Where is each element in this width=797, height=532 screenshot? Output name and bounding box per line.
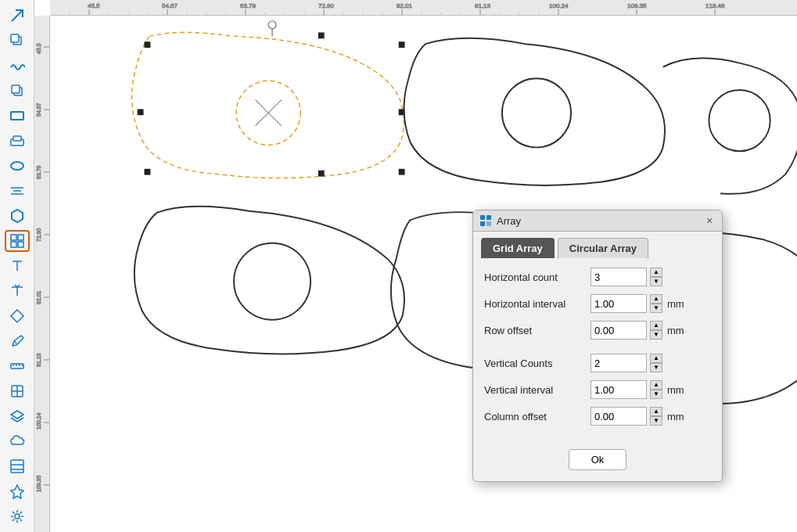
ok-button[interactable]: Ok: [569, 449, 627, 470]
row-offset-up[interactable]: ▲: [650, 321, 662, 330]
tool-resize[interactable]: [5, 380, 30, 402]
svg-rect-13: [11, 235, 16, 240]
tool-pen[interactable]: [5, 330, 30, 352]
array-icon: [479, 214, 492, 227]
svg-point-8: [11, 162, 23, 170]
tool-rectangle[interactable]: [5, 105, 30, 127]
row-offset-input[interactable]: [591, 321, 647, 340]
horizontal-count-input[interactable]: [591, 268, 647, 286]
svg-text:63.79: 63.79: [240, 2, 257, 9]
svg-text:54.67: 54.67: [162, 2, 178, 9]
svg-rect-4: [12, 85, 20, 93]
dialog-tabs: Grid Array Circular Array: [473, 232, 722, 258]
shape-selected[interactable]: [131, 21, 404, 178]
tool-ellipse[interactable]: [5, 155, 30, 177]
ruler-left: 45.5 54.67 63.79 72.90 82.01 91.13 100.2…: [34, 16, 50, 532]
svg-rect-114: [486, 221, 491, 226]
tab-circular-array[interactable]: Circular Array: [558, 238, 648, 258]
svg-text:109.35: 109.35: [627, 2, 647, 9]
svg-rect-14: [18, 235, 23, 240]
horizontal-count-up[interactable]: ▲: [650, 268, 662, 277]
column-offset-row: Column offset ▲ ▼ mm: [484, 407, 711, 426]
svg-rect-113: [480, 221, 485, 226]
horizontal-interval-up[interactable]: ▲: [650, 294, 662, 304]
horizontal-interval-label: Horizontal interval: [484, 298, 586, 310]
svg-text:91.13: 91.13: [36, 353, 41, 367]
tool-diamond[interactable]: [5, 305, 30, 327]
tool-diagonal[interactable]: [5, 5, 30, 27]
svg-rect-102: [399, 41, 405, 48]
column-offset-input[interactable]: [591, 407, 647, 426]
tool-pin[interactable]: [5, 480, 30, 502]
tool-text[interactable]: [5, 255, 30, 277]
vertical-interval-up[interactable]: ▲: [650, 380, 662, 390]
tool-burst[interactable]: [5, 505, 30, 527]
horizontal-count-label: Horizontal count: [484, 271, 586, 283]
svg-text:118.46: 118.46: [705, 2, 725, 9]
svg-text:91.13: 91.13: [475, 2, 491, 9]
svg-marker-17: [11, 310, 23, 322]
svg-point-108: [502, 78, 571, 147]
svg-rect-107: [399, 169, 405, 175]
vertical-counts-label: Vertical Counts: [484, 358, 586, 369]
horizontal-count-spinner: ▲ ▼: [591, 268, 662, 286]
tool-panel[interactable]: [5, 455, 30, 477]
shape-4[interactable]: [135, 207, 404, 354]
vertical-interval-spinner: ▲ ▼: [591, 380, 662, 399]
row-offset-unit: mm: [667, 325, 684, 336]
vertical-interval-label: Vertical interval: [484, 384, 586, 396]
tool-text2[interactable]: [5, 280, 30, 302]
horizontal-interval-row: Horizontal interval ▲ ▼ mm: [484, 294, 711, 313]
tool-stacked[interactable]: [5, 130, 30, 152]
column-offset-up[interactable]: ▲: [650, 407, 662, 416]
dialog-body: Horizontal count ▲ ▼ Horizontal interval: [473, 258, 722, 443]
vertical-interval-input[interactable]: [591, 380, 647, 399]
tool-wave[interactable]: [5, 55, 30, 77]
horizontal-interval-input[interactable]: [591, 294, 647, 313]
vertical-counts-input[interactable]: [591, 354, 647, 372]
column-offset-down[interactable]: ▼: [650, 416, 662, 426]
vertical-counts-down[interactable]: ▼: [650, 363, 662, 372]
horizontal-count-down[interactable]: ▼: [650, 277, 662, 286]
dialog-title-area: Array: [479, 214, 521, 227]
svg-text:109.35: 109.35: [36, 475, 41, 492]
tool-grid[interactable]: [5, 230, 30, 252]
row-offset-down[interactable]: ▼: [650, 330, 662, 340]
svg-line-38: [13, 519, 15, 521]
canvas-area: 45.5 54.67 63.79 72.90 82.01 91.13 100.2…: [34, 0, 797, 532]
tool-ruler[interactable]: [5, 355, 30, 377]
column-offset-unit: mm: [667, 411, 684, 422]
svg-rect-5: [11, 112, 23, 120]
tool-hexagon[interactable]: [5, 205, 30, 227]
vertical-interval-unit: mm: [667, 384, 684, 396]
svg-rect-101: [318, 32, 325, 38]
svg-rect-28: [11, 460, 23, 473]
row-offset-row: Row offset ▲ ▼ mm: [484, 321, 711, 340]
dialog-titlebar[interactable]: Array ×: [473, 210, 722, 232]
horizontal-count-row: Horizontal count ▲ ▼: [484, 268, 711, 286]
array-dialog: Array × Grid Array Circular Array Horizo…: [472, 210, 723, 482]
vertical-interval-down[interactable]: ▼: [650, 390, 662, 399]
svg-line-36: [20, 519, 22, 521]
vertical-interval-spinbtns: ▲ ▼: [650, 380, 662, 399]
shape-2[interactable]: [404, 38, 665, 185]
svg-line-18: [14, 341, 16, 343]
horizontal-interval-unit: mm: [667, 298, 684, 310]
svg-text:100.24: 100.24: [549, 2, 569, 9]
tool-cloud[interactable]: [5, 430, 30, 452]
shape-3[interactable]: [663, 58, 797, 194]
svg-text:72.90: 72.90: [318, 2, 335, 9]
tab-grid-array[interactable]: Grid Array: [481, 238, 555, 258]
svg-point-110: [234, 243, 311, 320]
close-button[interactable]: ×: [703, 214, 716, 227]
svg-rect-105: [144, 169, 150, 175]
horizontal-interval-spinbtns: ▲ ▼: [650, 294, 662, 313]
vertical-counts-up[interactable]: ▲: [650, 354, 662, 363]
tool-layers3[interactable]: [5, 405, 30, 427]
horizontal-interval-down[interactable]: ▼: [650, 304, 662, 313]
tool-copy[interactable]: [5, 30, 30, 52]
tool-align[interactable]: [5, 180, 30, 202]
svg-line-35: [13, 512, 15, 514]
tool-layers[interactable]: [5, 80, 30, 102]
svg-rect-112: [486, 215, 491, 220]
